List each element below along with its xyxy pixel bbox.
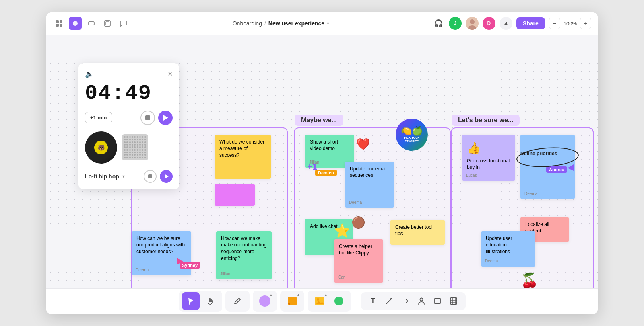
svg-rect-6 [105,21,110,26]
tool-text[interactable]: T [366,294,380,308]
music-stop-icon [148,174,152,178]
lofi-chevron[interactable]: ▾ [122,174,125,179]
speaker-icon[interactable]: 🔈 [85,70,94,78]
zoom-level[interactable]: 100% [562,21,578,27]
sticky-tooltips[interactable]: Create better tool tips [390,220,445,245]
tool-group-draw [225,291,250,312]
music-play-button[interactable] [160,170,173,183]
header: Onboarding / New user experience ▾ 🎧 J D… [46,12,598,35]
header-right: 🎧 J D 4 Share − 100% + [432,17,591,30]
avatar-j[interactable]: J [449,17,462,30]
vinyl-section: 🐻 for(let i=0;i<81;i++){document.write('… [85,131,173,164]
svg-point-12 [317,298,319,301]
sticky-education[interactable]: Update user education illustrations Deem… [481,231,535,267]
sticky-clippy[interactable]: Create a helper bot like Clippy Carl [334,239,383,283]
svg-rect-16 [435,298,440,304]
sticky-blue-right-user: Deema [524,191,537,197]
tool-person[interactable] [414,294,429,308]
zoom-controls: − 100% + [549,18,591,29]
sticky-chat-text: Add live chat [310,223,338,229]
timer-display: 04:49 [85,83,173,104]
share-button[interactable]: Share [516,17,545,29]
avatar-count[interactable]: 4 [500,17,512,30]
cursor-sydney-label: Sydney [180,262,200,269]
timer-stop-button[interactable] [140,111,155,125]
sticky-chevron: ▲ [297,293,300,297]
sticky-crossfunc-user: Lucas [466,173,477,178]
breadcrumb-separator: / [264,20,266,27]
shape-chevron: ▲ [270,293,273,297]
svg-rect-1 [60,20,62,23]
bottom-toolbar: ▲ ▲ ▲ [46,288,598,314]
tool-cursor[interactable] [182,292,200,310]
zoom-in-button[interactable]: + [580,18,591,29]
headphone-icon[interactable]: 🎧 [432,17,445,30]
tool-fun[interactable]: 🦖 [330,292,348,310]
sticky-align-user: Deema [136,267,149,273]
tool-frame-btn[interactable] [430,294,445,308]
sticky-pink[interactable] [215,184,255,206]
star-emoji: ⭐ [334,223,350,238]
sticky-success-text: What do we consider a measure of success… [219,139,264,158]
cursor-andrea-wrapper: Andrea [568,164,574,171]
breadcrumb-parent[interactable]: Onboarding [233,20,262,27]
cursor-tool-icon[interactable] [69,17,82,30]
tool-group-main [179,291,222,312]
music-genre[interactable]: Lo-fi hip hop [85,173,119,180]
cursor-andrea-arrow [568,164,574,171]
vinyl-label: 🐻 [94,141,108,154]
header-left [53,17,130,30]
timer-play-button[interactable] [158,111,173,125]
cherry-sticker: 🍒 [520,272,539,288]
tool-group-media: ▲ 🦖 [308,291,351,312]
sticky-align[interactable]: How can we be sure our product aligns wi… [132,231,191,275]
avatar-photo[interactable] [466,17,479,30]
tool-group-sticky: ▲ [280,291,304,312]
zoom-out-button[interactable]: − [549,18,560,29]
sticky-crossfunc[interactable]: 👍 Get cross functional buy in Lucas [462,135,515,181]
timer-header: 🔈 ✕ [85,70,173,78]
sticky-onboard-text: How can we make make our onboarding sequ… [221,236,266,261]
sticky-align-text: How can we be sure our product aligns wi… [136,236,185,255]
sticky-education-text: Update user education illustrations [486,236,512,255]
breadcrumb-chevron[interactable]: ▾ [327,21,329,26]
svg-rect-5 [89,22,94,25]
sticky-email[interactable]: Update our email sequences Deema [345,162,394,208]
breadcrumb-current[interactable]: New user experience [268,20,324,27]
svg-rect-7 [106,22,109,25]
sticky-onboard[interactable]: How can we make make our onboarding sequ… [216,231,272,279]
lofi-row: Lo-fi hip hop ▾ [85,170,173,183]
sticky-success[interactable]: What do we consider a measure of success… [215,135,271,179]
tool-circle[interactable]: ▲ [256,292,274,310]
music-stop-button[interactable] [144,170,157,183]
add-minute-button[interactable]: +1 min [85,112,112,123]
tool-hand[interactable] [201,292,219,310]
cursor-andrea-label: Andrea [546,166,567,173]
sticky-education-user: Deema [485,258,498,264]
frame-sure-label: Let's be sure we... [452,115,520,126]
svg-rect-17 [450,298,457,304]
toolbar-divider [356,295,356,307]
svg-rect-3 [60,24,62,27]
media-chevron: ▲ [324,293,328,297]
tool-media[interactable]: ▲ [311,292,328,310]
frame-tool-icon[interactable] [101,17,114,30]
tool-arrows[interactable] [398,294,413,308]
tool-connector[interactable] [382,294,396,308]
svg-point-4 [73,21,78,26]
tool-pencil[interactable] [229,292,246,310]
canvas-area[interactable]: 🔈 ✕ 04:49 +1 min 🐻 [46,35,598,288]
avatar-d[interactable]: D [483,17,495,30]
timer-close-button[interactable]: ✕ [167,70,173,78]
svg-rect-0 [56,20,59,23]
tool-table[interactable] [446,294,461,308]
vinyl-record: 🐻 [85,131,117,164]
music-play-icon [165,174,169,179]
sticky-email-text: Update our email sequences [350,166,386,178]
timer-controls: +1 min [85,111,173,125]
shapes-tool-icon[interactable] [85,17,98,30]
comment-tool-icon[interactable] [117,17,130,30]
tools-icon[interactable] [53,17,66,30]
tool-sticky[interactable]: ▲ [283,292,301,310]
tool-group-right: T [361,292,466,310]
